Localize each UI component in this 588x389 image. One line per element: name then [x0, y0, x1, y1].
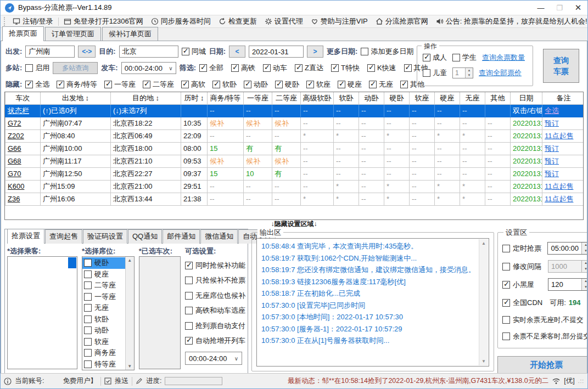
hide-checkbox[interactable]: 高软: [181, 80, 205, 89]
stepper-buttons[interactable]: ▲▼: [581, 243, 587, 254]
hide-checkbox[interactable]: 硬座: [338, 80, 362, 89]
table-cell[interactable]: 11点起售: [542, 180, 584, 193]
settings-tab[interactable]: 抢票设置: [7, 229, 44, 244]
checkbox[interactable]: [185, 277, 193, 284]
multi-enable-checkbox[interactable]: 启用: [25, 63, 49, 73]
column-header[interactable]: 动卧: [359, 92, 384, 104]
checkbox[interactable]: [84, 270, 92, 278]
checkbox[interactable]: [84, 281, 92, 289]
checkbox[interactable]: [295, 64, 303, 72]
book-link[interactable]: 预订: [545, 170, 559, 178]
settings-tab[interactable]: 验证码设置: [83, 229, 127, 244]
column-header[interactable]: 硬座: [435, 92, 460, 104]
book-link[interactable]: 预订: [545, 144, 559, 153]
output-log[interactable]: 10:58:48:4 查询完毕，本次查询共用时:435毫秒。10:58:19:7…: [256, 238, 489, 367]
filter-checkbox[interactable]: T特快: [331, 63, 360, 73]
checkbox[interactable]: [185, 262, 193, 269]
swap-stations-button[interactable]: <->: [78, 46, 96, 58]
seat-option[interactable]: 软卧: [82, 314, 125, 325]
table-cell[interactable]: 预订: [542, 167, 584, 180]
hide-checkbox[interactable]: 全选: [25, 80, 49, 89]
train-row[interactable]: Z202广州08:40北京西06:4922:09------**--*--**-…: [5, 129, 584, 142]
column-header[interactable]: 硬卧: [384, 92, 410, 104]
prev-date-button[interactable]: <: [229, 46, 245, 58]
filter-checkbox[interactable]: Z直达: [295, 63, 323, 73]
hide-checkbox[interactable]: 软卧: [212, 80, 237, 89]
checkbox[interactable]: [244, 81, 251, 88]
hide-checkbox[interactable]: 动卧: [244, 80, 268, 89]
grab-option-checkbox[interactable]: 自动抢增开列车: [185, 334, 245, 349]
column-header[interactable]: 出发地 ↕: [41, 92, 111, 104]
grab-option-checkbox[interactable]: 只抢候补不抢票: [185, 273, 245, 289]
hide-checkbox[interactable]: 一等座: [104, 80, 136, 89]
checkbox[interactable]: [306, 81, 314, 88]
train-number-link[interactable]: Z202: [8, 132, 24, 140]
grab-option-checkbox[interactable]: 无座席位也候补: [185, 288, 245, 303]
minimize-button[interactable]: —: [531, 1, 550, 15]
book-link[interactable]: 预订: [545, 119, 559, 127]
column-header[interactable]: 软座: [410, 92, 435, 104]
train-row[interactable]: G70广州南12:50北京西22:2709:371510有-----------…: [5, 167, 584, 180]
checkbox[interactable]: [452, 54, 460, 61]
table-cell[interactable]: Z36: [5, 193, 41, 205]
table-cell[interactable]: 状态栏: [5, 104, 41, 117]
checkbox[interactable]: [199, 64, 207, 72]
hide-checkbox[interactable]: 硬卧: [275, 80, 299, 89]
checkbox[interactable]: [84, 293, 92, 301]
table-cell[interactable]: G68: [5, 155, 41, 167]
train-row[interactable]: G66广州南10:00北京西18:0008:0015有有------------…: [5, 142, 584, 155]
column-header[interactable]: 无座: [460, 92, 485, 104]
setting-stepper[interactable]: 05:00:00▲▼: [547, 242, 587, 255]
checkbox[interactable]: [502, 281, 510, 289]
status-row[interactable]: 状态栏(↑)已选0列(↓)未选7列--------------------双击/…: [5, 104, 584, 117]
query-tickets-button[interactable]: 查询 车票: [543, 49, 579, 83]
toolbar-item[interactable]: 设置代理: [261, 16, 307, 26]
toolbar-item[interactable]: 检查更新: [215, 16, 261, 26]
depart-time-select[interactable]: 00:00-24:00∨: [121, 62, 176, 74]
checkbox[interactable]: [502, 316, 510, 324]
book-link[interactable]: 11点起售: [545, 182, 574, 190]
table-cell[interactable]: G66: [5, 142, 41, 155]
checkbox[interactable]: [84, 259, 92, 267]
start-grab-button[interactable]: 开始抢票: [497, 356, 587, 373]
checkbox[interactable]: [25, 81, 33, 88]
page-tab[interactable]: 抢票页面: [2, 26, 44, 41]
checkbox[interactable]: [423, 54, 430, 61]
seat-option[interactable]: 动卧: [82, 325, 125, 336]
close-button[interactable]: ✕: [569, 1, 587, 15]
checkbox[interactable]: [331, 64, 339, 72]
select-all-link[interactable]: 全选: [545, 106, 559, 115]
table-cell[interactable]: 11点起售: [542, 129, 584, 142]
checkbox[interactable]: [182, 48, 189, 55]
seat-option[interactable]: 硬座: [82, 269, 125, 280]
checkbox[interactable]: [185, 322, 193, 330]
toolbar-item[interactable]: 赞助与注册VIP: [307, 16, 372, 26]
adult-checkbox[interactable]: 成人: [423, 53, 447, 63]
table-cell[interactable]: 预订: [542, 142, 584, 155]
train-number-link[interactable]: Z36: [8, 195, 20, 203]
train-row[interactable]: Z36广州16:06北京西13:4421:38------**--*--**--…: [5, 193, 584, 205]
checkbox[interactable]: [84, 326, 92, 334]
setting-stepper[interactable]: 120▲▼: [548, 278, 587, 291]
checkbox[interactable]: [185, 337, 193, 345]
seat-option[interactable]: 硬卧: [82, 257, 125, 269]
table-cell[interactable]: 预订: [542, 155, 584, 167]
stepper-buttons[interactable]: ▲▼: [581, 279, 587, 290]
child-checkbox[interactable]: 儿童: [423, 68, 447, 78]
same-city-checkbox[interactable]: 同城: [182, 47, 206, 57]
checkbox[interactable]: [84, 338, 92, 346]
student-checkbox[interactable]: 学生: [452, 53, 477, 63]
checkbox[interactable]: [338, 81, 345, 88]
column-header[interactable]: 一等座: [244, 92, 272, 104]
query-prices-link[interactable]: 查询全部票价: [479, 68, 522, 78]
settings-tab[interactable]: 邮件通知: [163, 229, 200, 244]
seat-scrollbar[interactable]: ▲▼: [125, 257, 134, 370]
table-cell[interactable]: 预订: [542, 117, 584, 129]
checkbox[interactable]: [84, 360, 92, 368]
table-cell[interactable]: 11点起售: [542, 193, 584, 205]
column-header[interactable]: 历时 ↕: [181, 92, 208, 104]
train-row[interactable]: G68广州南11:17北京西21:1009:53候补候补候补----------…: [5, 155, 584, 167]
filter-checkbox[interactable]: 高铁: [231, 63, 255, 73]
hide-checkbox[interactable]: 无座: [369, 80, 393, 89]
passenger-listbox[interactable]: [7, 256, 77, 369]
